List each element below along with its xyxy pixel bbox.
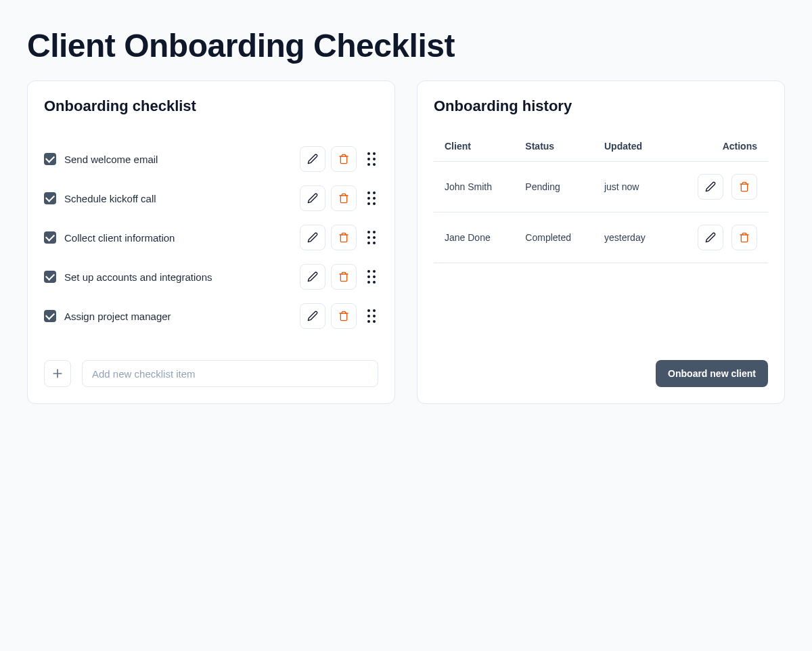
drag-handle-icon[interactable] <box>365 152 378 166</box>
table-header-status: Status <box>514 131 593 162</box>
page-title: Client Onboarding Checklist <box>27 27 785 64</box>
cell-client: John Smith <box>434 162 514 212</box>
checklist-checkbox[interactable] <box>44 231 56 244</box>
pencil-icon <box>705 232 716 243</box>
cell-client: Jane Done <box>434 212 514 263</box>
pencil-icon <box>307 193 318 204</box>
trash-icon <box>338 193 349 204</box>
pencil-icon <box>307 271 318 282</box>
edit-button[interactable] <box>300 264 325 290</box>
checklist-item: Send welcome email <box>44 142 378 176</box>
checklist-card-title: Onboarding checklist <box>44 97 378 115</box>
add-checklist-item-input[interactable] <box>82 360 378 387</box>
edit-button[interactable] <box>300 185 325 211</box>
checklist-checkbox[interactable] <box>44 153 56 165</box>
onboard-new-client-button[interactable]: Onboard new client <box>656 360 768 387</box>
checklist-item-label: Assign project manager <box>64 311 171 322</box>
table-header-actions: Actions <box>667 131 768 162</box>
plus-icon <box>51 367 64 380</box>
edit-button[interactable] <box>300 225 325 250</box>
delete-button[interactable] <box>331 225 357 250</box>
edit-button[interactable] <box>300 303 325 329</box>
checklist-item-label: Send welcome email <box>64 154 158 165</box>
edit-button[interactable] <box>698 174 723 200</box>
onboarding-checklist-card: Onboarding checklist Send welcome email <box>27 81 395 404</box>
cell-actions <box>667 212 768 263</box>
checklist-item-label: Collect client information <box>64 232 175 244</box>
table-header-updated: Updated <box>593 131 667 162</box>
cell-updated: just now <box>593 162 667 212</box>
checklist-list: Send welcome email <box>44 142 378 333</box>
drag-handle-icon[interactable] <box>365 231 378 244</box>
checklist-checkbox[interactable] <box>44 310 56 322</box>
checklist-checkbox[interactable] <box>44 271 56 283</box>
edit-button[interactable] <box>300 146 325 172</box>
checklist-checkbox[interactable] <box>44 192 56 204</box>
drag-handle-icon[interactable] <box>365 270 378 284</box>
pencil-icon <box>307 311 318 321</box>
checklist-item: Schedule kickoff call <box>44 181 378 215</box>
checklist-item-label: Schedule kickoff call <box>64 193 156 204</box>
trash-icon <box>338 271 349 282</box>
cell-actions <box>667 162 768 212</box>
table-header-client: Client <box>434 131 514 162</box>
drag-handle-icon[interactable] <box>365 309 378 323</box>
delete-button[interactable] <box>331 146 357 172</box>
trash-icon <box>338 232 349 243</box>
pencil-icon <box>307 154 318 164</box>
onboarding-history-card: Onboarding history Client Status Updated… <box>417 81 785 404</box>
delete-button[interactable] <box>331 303 357 329</box>
checklist-item-label: Set up accounts and integrations <box>64 271 212 283</box>
delete-button[interactable] <box>331 185 357 211</box>
pencil-icon <box>705 181 716 192</box>
trash-icon <box>739 232 750 243</box>
trash-icon <box>739 181 750 192</box>
trash-icon <box>338 154 349 164</box>
checklist-item: Collect client information <box>44 221 378 254</box>
history-table: Client Status Updated Actions John Smith… <box>434 131 768 263</box>
add-checklist-item-button[interactable] <box>44 360 71 387</box>
cell-updated: yesterday <box>593 212 667 263</box>
delete-button[interactable] <box>731 174 757 200</box>
trash-icon <box>338 311 349 321</box>
cell-status: Pending <box>514 162 593 212</box>
edit-button[interactable] <box>698 225 723 250</box>
drag-handle-icon[interactable] <box>365 192 378 205</box>
pencil-icon <box>307 232 318 243</box>
table-row: John Smith Pending just now <box>434 162 768 212</box>
cell-status: Completed <box>514 212 593 263</box>
delete-button[interactable] <box>731 225 757 250</box>
history-card-title: Onboarding history <box>434 97 768 115</box>
delete-button[interactable] <box>331 264 357 290</box>
checklist-item: Assign project manager <box>44 299 378 333</box>
table-row: Jane Done Completed yesterday <box>434 212 768 263</box>
checklist-item: Set up accounts and integrations <box>44 260 378 294</box>
